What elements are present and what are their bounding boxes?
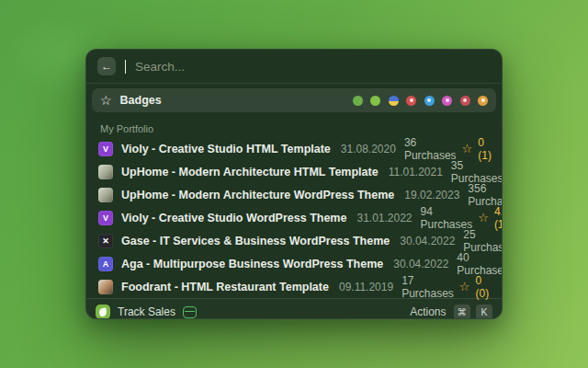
- aga-app-icon: A: [98, 257, 113, 271]
- list-item[interactable]: UpHome - Modern Architecture WordPress T…: [86, 183, 502, 206]
- rating-value: 0 (0): [475, 274, 489, 300]
- text-cursor: [125, 60, 126, 74]
- rating-value: 4.83 (12): [494, 205, 503, 231]
- section-title: My Portfolio: [100, 123, 488, 134]
- item-date: 30.04.2022: [400, 235, 455, 247]
- cmd-keycap[interactable]: ⌘: [454, 305, 471, 320]
- status-bar: Track Sales Actions ⌘ K: [86, 298, 502, 319]
- badges-row[interactable]: ☆ Badges: [92, 88, 496, 112]
- item-title: UpHome - Modern Architecture WordPress T…: [121, 189, 394, 201]
- k-keycap[interactable]: K: [476, 305, 492, 320]
- rating-star-icon: ☆: [459, 281, 470, 293]
- rating-star-icon: ☆: [478, 212, 489, 224]
- rating-value: 0 (1): [478, 136, 492, 162]
- envato-leaf-icon: [96, 305, 110, 319]
- item-date: 31.08.2020: [341, 143, 396, 155]
- badge-green-bright-icon: [370, 96, 380, 106]
- search-bar[interactable]: ← Search...: [86, 50, 502, 83]
- list-item[interactable]: V Violy - Creative Studio WordPress Them…: [86, 206, 502, 229]
- item-title: Violy - Creative Studio HTML Template: [121, 143, 331, 155]
- actions-button[interactable]: Actions: [410, 305, 446, 318]
- list-item[interactable]: Foodrant - HTML Restaurant Template 09.1…: [86, 275, 502, 298]
- badge-ukraine-flag-icon: [389, 96, 399, 106]
- back-button[interactable]: ←: [97, 57, 116, 75]
- item-title: Gase - IT Services & Business WordPress …: [121, 235, 390, 247]
- badge-gold-dollar-icon: [478, 96, 488, 106]
- item-title: Foodrant - HTML Restaurant Template: [121, 281, 329, 293]
- item-date: 30.04.2022: [393, 258, 448, 270]
- list-item[interactable]: A Aga - Multipurpose Business WordPress …: [86, 252, 502, 275]
- extension-name: Track Sales: [118, 305, 175, 318]
- badge-set: [353, 96, 489, 106]
- item-title: UpHome - Modern Architecture HTML Templa…: [121, 166, 379, 178]
- violy-app-icon: V: [98, 211, 113, 225]
- purchases-count: 94 Purchases: [421, 205, 473, 231]
- list-item[interactable]: UpHome - Modern Architecture HTML Templa…: [86, 160, 502, 183]
- purchases-count: 35 Purchases: [451, 159, 503, 185]
- purchases-count: 356 Purchases: [468, 182, 503, 208]
- item-title: Violy - Creative Studio WordPress Theme: [121, 212, 346, 224]
- badge-maroon-round-icon: [460, 96, 470, 106]
- violy-app-icon: V: [98, 142, 113, 156]
- badge-green-shield-icon: [353, 96, 363, 106]
- uphome-app-icon: [98, 188, 113, 202]
- item-date: 09.11.2019: [339, 281, 393, 293]
- purchases-count: 36 Purchases: [404, 136, 457, 162]
- item-date: 31.01.2022: [356, 212, 412, 224]
- item-title: Aga - Multipurpose Business WordPress Th…: [121, 258, 383, 270]
- list-item[interactable]: ✕ Gase - IT Services & Business WordPres…: [86, 229, 502, 252]
- purchases-count: 40 Purchases: [457, 251, 503, 277]
- search-input[interactable]: Search...: [135, 60, 185, 74]
- list-item[interactable]: V Violy - Creative Studio HTML Template …: [86, 137, 502, 160]
- launcher-window: ← Search... ☆ Badges My Portfolio V Viol…: [85, 49, 503, 319]
- badge-red-round-icon: [406, 96, 416, 106]
- foodrant-app-icon: [98, 280, 113, 294]
- purchases-count: 17 Purchases: [401, 274, 454, 300]
- receipt-card-icon: [183, 306, 197, 318]
- rating-star-icon: ☆: [462, 143, 473, 155]
- item-date: 11.01.2021: [389, 166, 443, 178]
- item-date: 19.02.2023: [404, 189, 459, 201]
- badge-pink-round-icon: [442, 96, 452, 106]
- portfolio-list: V Violy - Creative Studio HTML Template …: [86, 137, 502, 298]
- gase-app-icon: ✕: [98, 234, 113, 248]
- purchases-count: 25 Purchases: [463, 228, 503, 254]
- search-divider: [86, 83, 502, 84]
- badges-row-label: Badges: [120, 94, 162, 107]
- star-icon: ☆: [100, 94, 112, 107]
- badge-blue-round-icon: [424, 96, 435, 106]
- uphome-app-icon: [98, 165, 113, 179]
